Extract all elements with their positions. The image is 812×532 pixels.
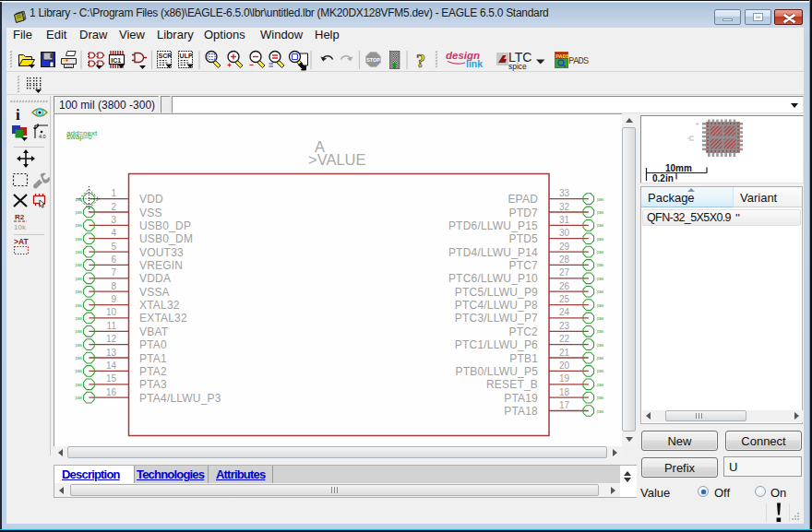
svg-text:PTC5/LLWU_P9: PTC5/LLWU_P9 — [455, 286, 538, 299]
svg-text:USB0_DM: USB0_DM — [139, 232, 193, 245]
svg-text:21: 21 — [559, 348, 570, 358]
svg-text:R2: R2 — [15, 213, 25, 221]
svg-text:24: 24 — [559, 307, 570, 317]
svg-text:*: * — [696, 121, 699, 129]
svg-text:12: 12 — [106, 334, 117, 344]
svg-text:29: 29 — [559, 242, 570, 252]
svg-text:PTC7: PTC7 — [509, 259, 539, 272]
svg-text:ULP: ULP — [180, 53, 193, 59]
svg-text:XTAL32: XTAL32 — [139, 299, 180, 312]
svg-text:>AT: >AT — [14, 237, 29, 246]
svg-text:pas: pas — [76, 356, 83, 361]
svg-text:4.0: 4.0 — [39, 134, 46, 139]
svg-text:PTD4/LLWU_P14: PTD4/LLWU_P14 — [448, 246, 538, 259]
svg-text:32: 32 — [559, 202, 570, 212]
svg-text:IC1: IC1 — [111, 57, 121, 64]
svg-text:pas: pas — [597, 329, 604, 334]
svg-text:>VALUE: >VALUE — [308, 151, 366, 168]
svg-text:link: link — [466, 58, 483, 69]
svg-text:pas: pas — [597, 303, 604, 308]
svg-text:spice: spice — [508, 62, 527, 71]
svg-text:PTC1/LLWU_P6: PTC1/LLWU_P6 — [455, 338, 538, 351]
svg-text:1: 1 — [111, 188, 116, 198]
svg-text:pas: pas — [76, 343, 83, 348]
svg-text:pas: pas — [597, 197, 604, 202]
svg-text:?: ? — [416, 51, 425, 71]
svg-text:10mm: 10mm — [665, 163, 692, 173]
svg-text:PTA4/LLWU_P3: PTA4/LLWU_P3 — [139, 392, 221, 405]
svg-text:PTC3/LLWU_P7: PTC3/LLWU_P7 — [455, 312, 538, 325]
svg-text:VDD: VDD — [139, 193, 163, 206]
svg-text:VOUT33: VOUT33 — [139, 246, 184, 259]
svg-text:PTA18: PTA18 — [504, 405, 538, 418]
svg-text:VSS: VSS — [139, 207, 162, 219]
svg-text:pas: pas — [597, 343, 604, 348]
svg-text:pas: pas — [597, 316, 604, 321]
svg-text:pas: pas — [597, 369, 604, 373]
svg-text:17: 17 — [559, 400, 570, 410]
svg-text:PTA19: PTA19 — [504, 392, 538, 405]
svg-text:swap=0: swap=0 — [66, 133, 92, 141]
svg-text:PTA0: PTA0 — [139, 338, 167, 351]
svg-text:10k: 10k — [14, 223, 27, 231]
svg-text:VBAT: VBAT — [139, 325, 169, 338]
svg-text:pas: pas — [597, 409, 604, 414]
svg-text:23: 23 — [559, 321, 570, 331]
svg-text:31: 31 — [559, 215, 570, 225]
svg-text:pas: pas — [76, 263, 83, 267]
svg-text:PTD6/LLWU_P15: PTD6/LLWU_P15 — [448, 219, 538, 232]
svg-text:25: 25 — [559, 294, 570, 304]
svg-text:pas: pas — [76, 290, 83, 294]
svg-text:PTA3: PTA3 — [139, 378, 167, 391]
svg-text:6: 6 — [111, 254, 116, 265]
svg-text:pas: pas — [597, 356, 604, 361]
svg-text:VSSA: VSSA — [139, 286, 170, 299]
svg-text:14: 14 — [106, 361, 117, 371]
svg-text:28: 28 — [559, 254, 570, 265]
svg-text:pas: pas — [597, 277, 604, 281]
svg-text:pas: pas — [597, 237, 604, 242]
svg-text:PTD7: PTD7 — [509, 207, 539, 219]
svg-text:pas: pas — [76, 223, 83, 228]
svg-text:STOP: STOP — [366, 57, 380, 63]
svg-text:pas: pas — [76, 396, 83, 400]
svg-text:PTB1: PTB1 — [509, 352, 538, 365]
svg-text:PTC2: PTC2 — [509, 325, 539, 338]
svg-text:VREGIN: VREGIN — [139, 259, 183, 272]
svg-text:33: 33 — [559, 188, 570, 198]
svg-text:30: 30 — [559, 228, 570, 238]
svg-text:pas: pas — [76, 210, 83, 215]
svg-text:pas: pas — [76, 329, 83, 334]
svg-text:0.2in: 0.2in — [652, 173, 674, 183]
svg-text:3: 3 — [111, 215, 116, 225]
svg-text:SCR: SCR — [159, 53, 173, 59]
svg-text:pas: pas — [76, 316, 83, 321]
svg-text:pas: pas — [76, 277, 83, 281]
svg-text:9: 9 — [111, 294, 116, 304]
svg-text:PTD5: PTD5 — [509, 232, 539, 245]
svg-text:pas: pas — [597, 383, 604, 387]
svg-text:pas: pas — [597, 210, 604, 215]
svg-text:pas: pas — [597, 263, 604, 267]
svg-text:PADS: PADS — [568, 55, 589, 66]
svg-text:15: 15 — [106, 373, 117, 384]
svg-text:VDDA: VDDA — [139, 272, 171, 285]
svg-text:2: 2 — [111, 202, 116, 212]
svg-text:PTA1: PTA1 — [139, 352, 167, 365]
svg-text:20: 20 — [559, 361, 570, 371]
svg-text:EXTAL32: EXTAL32 — [139, 312, 187, 325]
svg-text:i: i — [16, 106, 20, 124]
svg-text:PTC4/LLWU_P8: PTC4/LLWU_P8 — [455, 299, 538, 312]
svg-text:13: 13 — [106, 348, 117, 358]
svg-text:5: 5 — [111, 242, 116, 252]
svg-text:16: 16 — [106, 387, 117, 397]
svg-text:pas: pas — [597, 290, 604, 294]
svg-text:11: 11 — [107, 321, 117, 331]
svg-text:22: 22 — [559, 334, 570, 344]
svg-text:pas: pas — [76, 383, 83, 387]
svg-text:27: 27 — [559, 267, 570, 278]
svg-text:8: 8 — [111, 281, 116, 291]
svg-text:PTC6/LLWU_P10: PTC6/LLWU_P10 — [448, 272, 538, 285]
svg-text:10: 10 — [106, 307, 117, 317]
svg-text:RESET_B: RESET_B — [486, 378, 538, 391]
